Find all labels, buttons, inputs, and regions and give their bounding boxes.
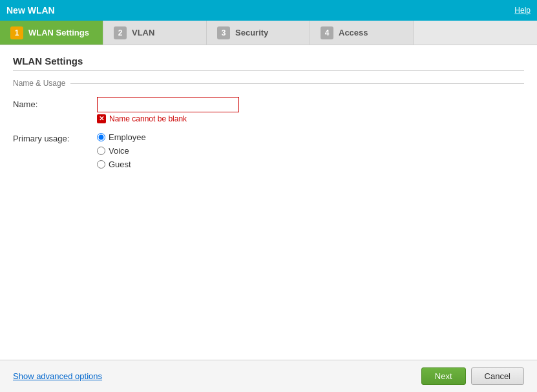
cancel-button[interactable]: Cancel <box>471 367 524 385</box>
title-bar: New WLAN Help <box>0 0 537 21</box>
name-row: Name: ✕ Name cannot be blank <box>13 97 524 123</box>
error-message: Name cannot be blank <box>109 114 187 123</box>
radio-guest-label: Guest <box>109 160 131 169</box>
radio-employee-label: Employee <box>109 132 146 142</box>
show-advanced-button[interactable]: Show advanced options <box>13 371 102 381</box>
error-icon: ✕ <box>97 114 106 123</box>
radio-guest[interactable]: Guest <box>97 160 146 169</box>
step-1-number: 1 <box>10 26 23 39</box>
step-4-label: Access <box>339 28 368 37</box>
name-input[interactable] <box>97 97 239 112</box>
section-header: Name & Usage <box>13 79 524 88</box>
step-2-vlan[interactable]: 2 VLAN <box>103 21 207 45</box>
step-4-number: 4 <box>321 26 333 39</box>
name-field-group: ✕ Name cannot be blank <box>97 97 239 123</box>
name-label: Name: <box>13 97 97 109</box>
button-group: Next Cancel <box>421 367 524 385</box>
next-button[interactable]: Next <box>421 367 466 385</box>
radio-employee-input[interactable] <box>97 133 105 141</box>
help-link[interactable]: Help <box>514 6 531 15</box>
primary-usage-label: Primary usage: <box>13 131 97 143</box>
step-2-label: VLAN <box>132 28 154 37</box>
content-area: WLAN Settings Name & Usage Name: ✕ Name … <box>0 45 537 360</box>
radio-guest-input[interactable] <box>97 160 105 169</box>
page-title: WLAN Settings <box>13 56 524 71</box>
bottom-bar: Show advanced options Next Cancel <box>0 360 537 392</box>
radio-group: Employee Voice Guest <box>97 131 146 169</box>
step-1-label: WLAN Settings <box>28 28 89 37</box>
step-1-wlan-settings[interactable]: 1 WLAN Settings <box>0 21 103 45</box>
radio-employee[interactable]: Employee <box>97 132 146 142</box>
step-4-access[interactable]: 4 Access <box>310 21 414 45</box>
step-3-security[interactable]: 3 Security <box>207 21 310 45</box>
window-title: New WLAN <box>6 5 55 15</box>
radio-voice[interactable]: Voice <box>97 146 146 156</box>
main-window: New WLAN Help 1 WLAN Settings 2 VLAN 3 S… <box>0 0 537 392</box>
steps-bar: 1 WLAN Settings 2 VLAN 3 Security 4 Acce… <box>0 21 537 45</box>
step-3-number: 3 <box>217 26 230 39</box>
radio-voice-label: Voice <box>109 146 129 156</box>
radio-voice-input[interactable] <box>97 147 105 155</box>
step-2-number: 2 <box>114 26 127 39</box>
primary-usage-row: Primary usage: Employee Voice Guest <box>13 131 524 169</box>
name-error: ✕ Name cannot be blank <box>97 114 239 123</box>
step-3-label: Security <box>235 28 268 37</box>
